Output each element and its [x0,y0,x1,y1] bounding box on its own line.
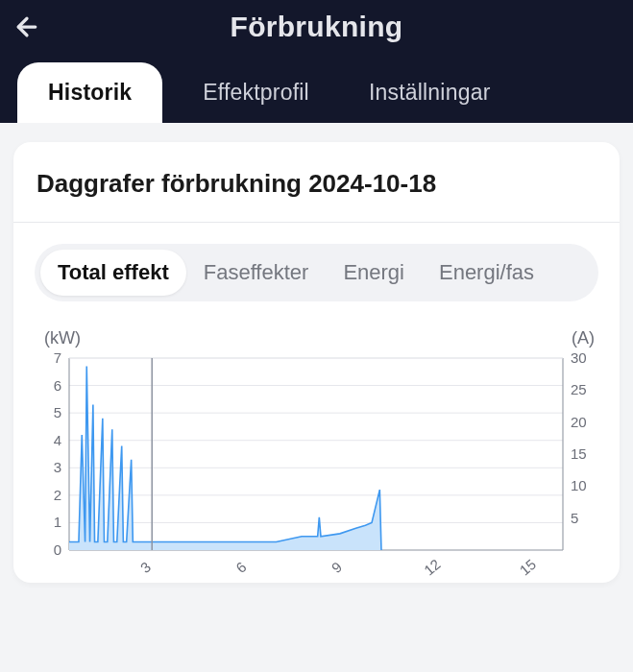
segment-energi[interactable]: Energi [326,250,422,296]
segment-energi-fas[interactable]: Energi/fas [422,250,551,296]
chart-card: Daggrafer förbrukning 2024-10-18 Total e… [13,142,620,583]
segment-faseffekter[interactable]: Faseffekter [186,250,327,296]
page-title: Förbrukning [35,11,598,43]
svg-text:7: 7 [54,352,61,366]
svg-text:6: 6 [232,559,249,576]
y-axis-left-label: (kW) [44,328,81,348]
svg-text:5: 5 [571,510,578,526]
segment-total-effekt[interactable]: Total effekt [40,250,186,296]
svg-text:1: 1 [54,514,61,530]
svg-text:3: 3 [137,559,154,576]
chart-segment-control: Total effektFaseffekterEnergiEnergi/fas [35,244,598,301]
svg-text:3: 3 [54,459,61,475]
svg-text:15: 15 [571,445,587,462]
svg-text:5: 5 [54,404,61,420]
svg-text:0: 0 [54,541,61,558]
tab-effektprofil[interactable]: Effektprofil [183,62,329,123]
svg-text:20: 20 [571,414,587,430]
card-title: Daggrafer förbrukning 2024-10-18 [13,142,620,223]
svg-text:4: 4 [54,432,61,448]
tab-historik[interactable]: Historik [17,62,162,123]
svg-text:15: 15 [516,556,539,579]
svg-text:10: 10 [571,477,587,493]
svg-text:6: 6 [54,377,61,394]
power-chart: 01234567510152025303691215 [37,352,596,583]
svg-text:2: 2 [54,487,61,503]
tab-inställningar[interactable]: Inställningar [350,62,510,123]
top-tabs: HistorikEffektprofilInställningar [0,54,633,123]
y-axis-right-label: (A) [572,328,595,348]
svg-text:12: 12 [421,556,444,579]
svg-text:9: 9 [329,559,345,576]
svg-text:25: 25 [571,381,587,397]
svg-text:30: 30 [571,352,587,366]
